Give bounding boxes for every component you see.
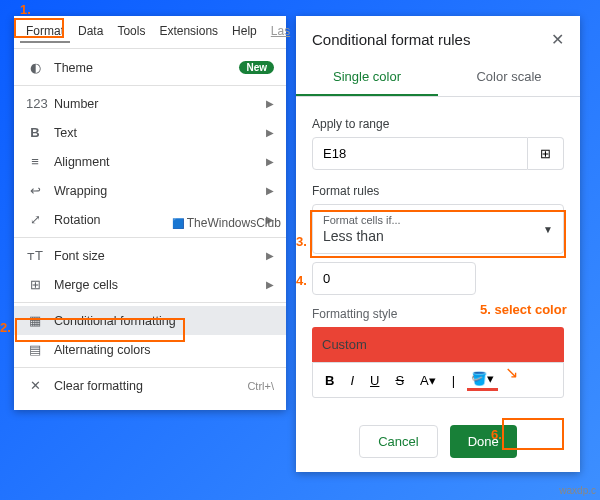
menu-data[interactable]: Data (72, 21, 109, 43)
format-rules-label: Format rules (312, 184, 564, 198)
menu-item-wrapping[interactable]: ↩ Wrapping ▶ (14, 176, 286, 205)
menu-extensions[interactable]: Extensions (153, 21, 224, 43)
menu-item-alternating-colors[interactable]: ▤ Alternating colors (14, 335, 286, 364)
menu-item-theme[interactable]: ◐ Theme New (14, 53, 286, 82)
tab-color-scale[interactable]: Color scale (438, 59, 580, 96)
fontsize-icon: ᴛT (26, 248, 44, 263)
sidebar-tabs: Single color Color scale (296, 59, 580, 97)
watermark-waxdp: waxdp.c (559, 485, 596, 496)
new-badge: New (239, 61, 274, 74)
clear-icon: ✕ (26, 378, 44, 393)
condition-dropdown[interactable]: Format cells if... Less than ▼ (312, 204, 564, 254)
menu-item-alignment[interactable]: ≡ Alignment ▶ (14, 147, 286, 176)
chevron-right-icon: ▶ (266, 185, 274, 196)
separator (14, 237, 286, 238)
menu-item-text[interactable]: B Text ▶ (14, 118, 286, 147)
separator (14, 367, 286, 368)
chevron-right-icon: ▶ (266, 250, 274, 261)
menu-item-number[interactable]: 123 Number ▶ (14, 89, 286, 118)
menu-format[interactable]: Format (20, 21, 70, 43)
range-picker-button[interactable]: ⊞ (528, 137, 564, 170)
format-menu-panel: Format Data Tools Extensions Help Las ◐ … (14, 16, 286, 410)
range-row: ⊞ (312, 137, 564, 170)
apply-range-label: Apply to range (312, 117, 564, 131)
align-icon: ≡ (26, 154, 44, 169)
annotation-6: 6. (491, 427, 502, 442)
chevron-down-icon: ▼ (543, 224, 553, 235)
text-color-button[interactable]: A▾ (416, 371, 440, 390)
chevron-right-icon: ▶ (266, 127, 274, 138)
merge-icon: ⊞ (26, 277, 44, 292)
clear-shortcut: Ctrl+\ (247, 380, 274, 392)
number-icon: 123 (26, 96, 44, 111)
threshold-input[interactable] (312, 262, 476, 295)
strikethrough-button[interactable]: S (391, 371, 408, 390)
underline-button[interactable]: U (366, 371, 383, 390)
menubar: Format Data Tools Extensions Help Las (14, 16, 286, 49)
condfmt-icon: ▦ (26, 313, 44, 328)
done-button[interactable]: Done (450, 425, 517, 458)
alignment-label: Alignment (54, 155, 256, 169)
bold-icon: B (26, 125, 44, 140)
rotation-icon: ⤢ (26, 212, 44, 227)
tab-single-color[interactable]: Single color (296, 59, 438, 96)
sidebar-body: Apply to range ⊞ Format rules Format cel… (296, 97, 580, 411)
style-preview: Custom (312, 327, 564, 362)
chevron-right-icon: ▶ (266, 156, 274, 167)
style-toolbar: B I U S A▾ | 🪣▾ (312, 362, 564, 398)
annotation-arrow: ↘ (505, 363, 518, 382)
number-label: Number (54, 97, 256, 111)
italic-button[interactable]: I (346, 371, 358, 390)
cancel-button[interactable]: Cancel (359, 425, 437, 458)
theme-label: Theme (54, 61, 229, 75)
annotation-5: 5. select color (480, 302, 567, 317)
altcolors-label: Alternating colors (54, 343, 274, 357)
fontsize-label: Font size (54, 249, 256, 263)
separator (14, 85, 286, 86)
menu-last-edit[interactable]: Las (265, 21, 296, 43)
menu-item-merge[interactable]: ⊞ Merge cells ▶ (14, 270, 286, 299)
chevron-right-icon: ▶ (266, 279, 274, 290)
sidebar-footer: Cancel Done (296, 411, 580, 472)
annotation-4: 4. (296, 273, 307, 288)
menu-item-fontsize[interactable]: ᴛT Font size ▶ (14, 241, 286, 270)
menu-item-conditional-formatting[interactable]: ▦ Conditional formatting (14, 306, 286, 335)
theme-icon: ◐ (26, 60, 44, 75)
text-label: Text (54, 126, 256, 140)
annotation-2: 2. (0, 320, 11, 335)
range-input[interactable] (312, 137, 528, 170)
wrap-icon: ↩ (26, 183, 44, 198)
conditional-format-sidebar: Conditional format rules ✕ Single color … (296, 16, 580, 472)
fill-color-button[interactable]: 🪣▾ (467, 369, 498, 391)
menu-help[interactable]: Help (226, 21, 263, 43)
grid-icon: ⊞ (540, 146, 551, 161)
clear-label: Clear formatting (54, 379, 237, 393)
condfmt-label: Conditional formatting (54, 314, 274, 328)
menu-tools[interactable]: Tools (111, 21, 151, 43)
wrapping-label: Wrapping (54, 184, 256, 198)
bold-button[interactable]: B (321, 371, 338, 390)
chevron-right-icon: ▶ (266, 98, 274, 109)
altcolors-icon: ▤ (26, 342, 44, 357)
annotation-1: 1. (20, 2, 31, 17)
watermark-twc: TheWindowsClub (172, 216, 281, 230)
condition-value: Less than (323, 228, 553, 244)
menu-item-clear-formatting[interactable]: ✕ Clear formatting Ctrl+\ (14, 371, 286, 400)
annotation-3: 3. (296, 234, 307, 249)
separator (14, 302, 286, 303)
merge-label: Merge cells (54, 278, 256, 292)
sidebar-title: Conditional format rules (312, 31, 470, 48)
sidebar-header: Conditional format rules ✕ (296, 16, 580, 59)
condition-caption: Format cells if... (323, 214, 553, 226)
close-icon[interactable]: ✕ (551, 30, 564, 49)
